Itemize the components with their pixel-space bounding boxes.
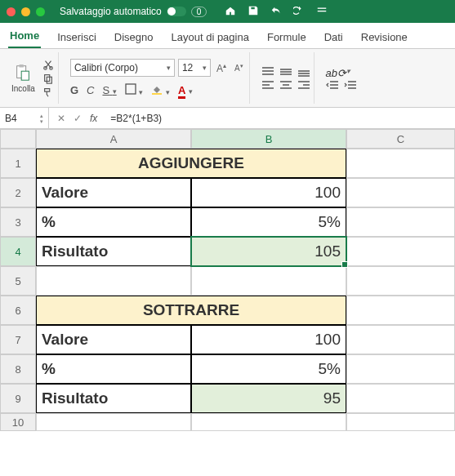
cell-b3[interactable]: 5%	[191, 207, 346, 237]
tab-data[interactable]: Dati	[323, 26, 345, 48]
cell-c7[interactable]	[346, 325, 455, 354]
cell-a9[interactable]: Risultato	[36, 384, 191, 413]
row-header-3[interactable]: 3	[0, 207, 36, 237]
cell-c3[interactable]	[346, 207, 455, 237]
row-header-2[interactable]: 2	[0, 178, 36, 207]
paste-label: Incolla	[11, 84, 35, 93]
font-family-value: Calibri (Corpo)	[74, 62, 138, 73]
align-top-icon[interactable]	[261, 67, 274, 77]
cell-a4[interactable]: Risultato	[36, 237, 191, 266]
tab-home[interactable]: Home	[8, 24, 41, 48]
align-left-icon[interactable]	[261, 80, 274, 90]
decrease-indent-icon[interactable]	[326, 80, 339, 90]
ribbon: Incolla Calibri (Corpo) ▾ 12 ▾ A▴ A▾ G C…	[0, 49, 455, 108]
row-header-9[interactable]: 9	[0, 384, 36, 413]
accept-formula-icon[interactable]: ✓	[74, 113, 82, 124]
col-header-a[interactable]: A	[36, 129, 191, 149]
cell-b4-selected[interactable]: 105	[191, 237, 346, 266]
cell-c4[interactable]	[346, 237, 455, 266]
orientation-icon[interactable]: ab⟳ ▾	[326, 67, 339, 77]
cell-c6[interactable]	[346, 296, 455, 325]
cell-b8[interactable]: 5%	[191, 354, 346, 384]
name-box-stepper[interactable]: ▴▾	[40, 113, 43, 124]
cell-b9[interactable]: 95	[191, 384, 346, 413]
format-painter-icon[interactable]	[42, 87, 55, 98]
maximize-window-button[interactable]	[36, 7, 45, 16]
cell-a3[interactable]: %	[36, 207, 191, 237]
autosave-control[interactable]: Salvataggio automatico 0	[60, 6, 207, 17]
svg-rect-1	[318, 11, 327, 11]
autosave-label: Salvataggio automatico	[60, 6, 162, 17]
cell-c8[interactable]	[346, 354, 455, 384]
cell-a8[interactable]: %	[36, 354, 191, 384]
cell-c9[interactable]	[346, 384, 455, 413]
underline-button[interactable]: S ▾	[102, 84, 116, 96]
row-header-10[interactable]: 10	[0, 413, 36, 431]
save-icon[interactable]	[248, 5, 259, 19]
copy-icon[interactable]	[42, 73, 55, 84]
chevron-down-icon: ▾	[167, 64, 171, 72]
cell-a10[interactable]	[36, 413, 191, 431]
font-group: Calibri (Corpo) ▾ 12 ▾ A▴ A▾ G C S ▾ ▾ ▾…	[67, 52, 250, 104]
col-header-b[interactable]: B	[191, 129, 346, 149]
name-box[interactable]: B4 ▴▾	[0, 108, 49, 128]
cell-a5[interactable]	[36, 266, 191, 296]
close-window-button[interactable]	[7, 7, 16, 16]
row-header-5[interactable]: 5	[0, 266, 36, 296]
row-header-7[interactable]: 7	[0, 325, 36, 354]
font-family-select[interactable]: Calibri (Corpo) ▾	[70, 59, 175, 77]
cell-c1[interactable]	[346, 149, 455, 178]
col-header-c[interactable]: C	[346, 129, 455, 149]
font-color-button[interactable]: A ▾	[178, 84, 193, 96]
paste-button[interactable]: Incolla	[8, 61, 38, 95]
quick-access-toolbar	[225, 5, 328, 19]
row-header-6[interactable]: 6	[0, 296, 36, 325]
align-middle-icon[interactable]	[279, 67, 292, 77]
align-bottom-icon[interactable]	[297, 67, 310, 77]
italic-button[interactable]: C	[87, 84, 94, 96]
formula-bar: B4 ▴▾ ✕ ✓ fx =B2*(1+B3)	[0, 108, 455, 129]
cut-icon[interactable]	[42, 59, 55, 70]
tab-insert[interactable]: Inserisci	[56, 26, 98, 48]
cell-b7[interactable]: 100	[191, 325, 346, 354]
fx-icon[interactable]: fx	[90, 113, 97, 124]
row-header-8[interactable]: 8	[0, 354, 36, 384]
doc-badge: 0	[191, 7, 207, 17]
formula-input[interactable]: =B2*(1+B3)	[105, 113, 455, 124]
cell-a7[interactable]: Valore	[36, 325, 191, 354]
redo-icon[interactable]	[293, 5, 305, 19]
select-all-corner[interactable]	[0, 129, 36, 149]
cell-c5[interactable]	[346, 266, 455, 296]
row-header-4[interactable]: 4	[0, 237, 36, 266]
minimize-window-button[interactable]	[21, 7, 30, 16]
home-icon[interactable]	[225, 5, 236, 19]
cell-b5[interactable]	[191, 266, 346, 296]
cell-a6-b6-title[interactable]: SOTTRARRE	[36, 296, 346, 325]
ribbon-tabs: Home Inserisci Disegno Layout di pagina …	[0, 23, 455, 49]
cell-b10[interactable]	[191, 413, 346, 431]
row-header-1[interactable]: 1	[0, 149, 36, 178]
align-right-icon[interactable]	[297, 80, 310, 90]
decrease-font-icon[interactable]: A▾	[232, 63, 246, 73]
tab-draw[interactable]: Disegno	[113, 26, 155, 48]
align-center-icon[interactable]	[279, 80, 292, 90]
border-button[interactable]: ▾	[125, 83, 144, 97]
autosave-toggle[interactable]	[167, 7, 186, 16]
cell-a1-b1-title[interactable]: AGGIUNGERE	[36, 149, 346, 178]
cell-c2[interactable]	[346, 178, 455, 207]
increase-indent-icon[interactable]	[344, 80, 357, 90]
svg-rect-9	[126, 84, 136, 94]
bold-button[interactable]: G	[70, 84, 78, 96]
undo-icon[interactable]	[270, 5, 282, 19]
cell-a2[interactable]: Valore	[36, 178, 191, 207]
increase-font-icon[interactable]: A▴	[214, 62, 229, 74]
cell-b2[interactable]: 100	[191, 178, 346, 207]
overflow-icon[interactable]	[316, 5, 328, 19]
tab-review[interactable]: Revisione	[359, 26, 409, 48]
cell-c10[interactable]	[346, 413, 455, 431]
tab-page-layout[interactable]: Layout di pagina	[170, 26, 251, 48]
font-size-select[interactable]: 12 ▾	[178, 59, 211, 77]
tab-formulas[interactable]: Formule	[265, 26, 308, 48]
fill-color-button[interactable]: ▾	[151, 83, 170, 97]
cancel-formula-icon[interactable]: ✕	[57, 113, 65, 124]
